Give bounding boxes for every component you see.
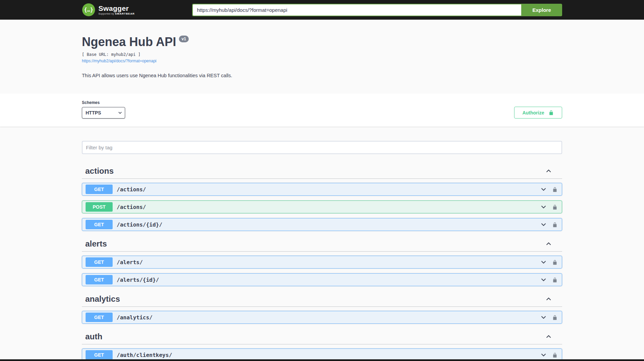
tag-operations: GET /analytics/ xyxy=(82,311,562,324)
operation-icons xyxy=(540,314,558,321)
operation-icons xyxy=(540,352,558,358)
tag-title: alerts xyxy=(85,239,107,249)
operation-row[interactable]: GET /alerts/ xyxy=(82,256,562,269)
swagger-logo-icon: {…} xyxy=(82,3,95,17)
operation-row[interactable]: POST /actions/ xyxy=(82,200,562,213)
url-input[interactable] xyxy=(192,4,521,16)
bottom-edge-bar xyxy=(0,359,644,361)
logo-text: Swagger Supported by SMARTBEAR xyxy=(98,4,135,16)
operation-row[interactable]: GET /actions/ xyxy=(82,183,562,196)
operation-path: /auth/clientkeys/ xyxy=(117,352,540,358)
api-title-text: Ngenea Hub API xyxy=(82,35,176,49)
tag-section: alerts GET /alerts/ GET / xyxy=(82,236,562,286)
lock-icon[interactable] xyxy=(552,315,558,320)
scheme-section: Schemes HTTPS Authorize xyxy=(0,93,644,127)
operation-path: /actions/ xyxy=(117,186,540,193)
tag-title: actions xyxy=(85,166,114,176)
lock-icon[interactable] xyxy=(552,352,558,358)
tag-operations: GET /actions/ POST /actions/ xyxy=(82,183,562,231)
spec-link[interactable]: https://myhub2/api/docs/?format=openapi xyxy=(82,59,156,63)
chevron-down-icon[interactable] xyxy=(540,276,547,283)
operation-path: /actions/{id}/ xyxy=(117,221,540,228)
tag-section: analytics GET /analytics/ xyxy=(82,292,562,324)
topbar: {…} Swagger Supported by SMARTBEAR Explo… xyxy=(0,0,644,20)
method-badge: GET xyxy=(86,185,113,194)
method-badge: GET xyxy=(86,257,113,267)
tag-title: auth xyxy=(85,332,102,341)
tag-header[interactable]: actions xyxy=(82,164,562,179)
operation-row[interactable]: GET /alerts/{id}/ xyxy=(82,273,562,286)
lock-icon[interactable] xyxy=(552,277,558,283)
lock-icon xyxy=(548,110,554,115)
operation-row[interactable]: GET /actions/{id}/ xyxy=(82,218,562,231)
chevron-down-icon[interactable] xyxy=(540,259,547,266)
method-badge: GET xyxy=(86,275,113,284)
operations-main: actions GET /actions/ POST xyxy=(0,127,644,361)
schemes-label: Schemes xyxy=(82,100,125,105)
operations-container: actions GET /actions/ POST xyxy=(82,164,562,361)
method-badge: GET xyxy=(86,220,113,229)
filter-input[interactable] xyxy=(82,141,562,154)
operation-path: /actions/ xyxy=(117,204,540,210)
lock-icon[interactable] xyxy=(552,222,558,228)
operation-row[interactable]: GET /analytics/ xyxy=(82,311,562,324)
operation-icons xyxy=(540,186,558,193)
tag-operations: GET /alerts/ GET /alerts/{id}/ xyxy=(82,256,562,286)
operation-path: /analytics/ xyxy=(117,314,540,321)
chevron-down-icon[interactable] xyxy=(540,352,547,358)
svg-text:{…}: {…} xyxy=(84,7,93,13)
chevron-down-icon[interactable] xyxy=(540,204,547,210)
method-badge: GET xyxy=(86,313,113,322)
authorize-label: Authorize xyxy=(522,110,544,115)
tag-header[interactable]: alerts xyxy=(82,236,562,252)
lock-icon[interactable] xyxy=(552,204,558,210)
tag-header[interactable]: analytics xyxy=(82,292,562,307)
lock-icon[interactable] xyxy=(552,187,558,192)
tag-title: analytics xyxy=(85,294,120,304)
logo-subtitle-brand: SMARTBEAR xyxy=(115,12,135,15)
page-title: Ngenea Hub API v1 xyxy=(82,35,562,49)
logo-subtitle-prefix: Supported by xyxy=(98,13,114,15)
base-url: [ Base URL: myhub2/api ] xyxy=(82,52,562,57)
logo-subtitle: Supported by SMARTBEAR xyxy=(98,13,135,16)
chevron-up-icon[interactable] xyxy=(545,240,552,247)
operation-icons xyxy=(540,276,558,283)
api-description: This API allows users use Ngenea Hub fun… xyxy=(82,73,562,78)
scheme-select-wrapper: HTTPS xyxy=(82,107,125,119)
page: {…} Swagger Supported by SMARTBEAR Explo… xyxy=(0,0,644,361)
operation-path: /alerts/ xyxy=(117,259,540,266)
explore-button[interactable]: Explore xyxy=(521,4,562,16)
operation-icons xyxy=(540,259,558,266)
tag-header[interactable]: auth xyxy=(82,329,562,344)
chevron-up-icon[interactable] xyxy=(545,333,552,340)
version-badge: v1 xyxy=(179,36,189,42)
tag-section: auth GET /auth/clientkeys/ xyxy=(82,329,562,361)
lock-icon[interactable] xyxy=(552,259,558,265)
operation-path: /alerts/{id}/ xyxy=(117,277,540,283)
explore-form: Explore xyxy=(192,4,562,16)
chevron-up-icon[interactable] xyxy=(545,296,552,302)
swagger-logo: {…} Swagger Supported by SMARTBEAR xyxy=(82,3,135,17)
info-section: Ngenea Hub API v1 [ Base URL: myhub2/api… xyxy=(0,20,644,93)
method-badge: GET xyxy=(86,350,113,360)
operation-icons xyxy=(540,204,558,210)
chevron-up-icon[interactable] xyxy=(545,168,552,174)
chevron-down-icon[interactable] xyxy=(540,221,547,228)
schemes-block: Schemes HTTPS xyxy=(82,100,125,119)
operation-icons xyxy=(540,221,558,228)
chevron-down-icon[interactable] xyxy=(540,314,547,321)
authorize-button[interactable]: Authorize xyxy=(514,107,562,119)
tag-section: actions GET /actions/ POST xyxy=(82,164,562,231)
method-badge: POST xyxy=(86,202,113,212)
chevron-down-icon[interactable] xyxy=(540,186,547,193)
scheme-select[interactable]: HTTPS xyxy=(82,107,125,119)
logo-title: Swagger xyxy=(98,4,135,12)
